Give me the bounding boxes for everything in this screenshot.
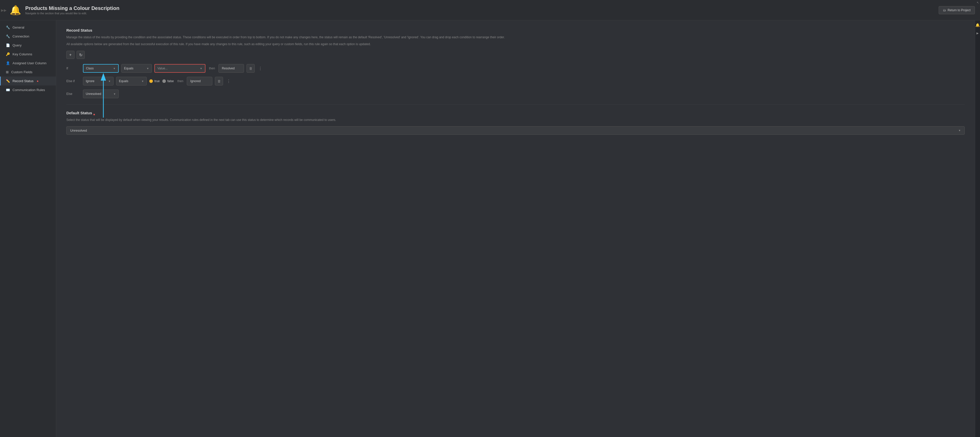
default-status-title: Default Status: [66, 111, 92, 115]
default-status-desc: Select the status that will be displayed…: [66, 118, 965, 122]
chevron-down-icon: ▼: [113, 67, 116, 70]
plus-icon: +: [69, 52, 72, 57]
field-select-ignore[interactable]: Ignore ▼: [83, 77, 114, 86]
else-label: Else: [66, 92, 80, 96]
value-select[interactable]: Value... ▼: [154, 64, 205, 73]
record-status-desc1: Manage the status of the results by prov…: [66, 35, 965, 40]
field-select-class[interactable]: Class ▼: [83, 64, 119, 73]
else-field-select[interactable]: Unresolved ▼: [83, 89, 119, 98]
add-condition-button[interactable]: +: [66, 51, 75, 59]
collapse-sidebar-icon[interactable]: ▶▶: [0, 7, 8, 13]
sidebar-item-record-status[interactable]: ✏️ Record Status ●: [0, 76, 56, 86]
default-status-section: Default Status ● Select the status that …: [66, 111, 965, 134]
delete-condition-button2[interactable]: 🗑: [215, 77, 223, 86]
key-icon: 🔑: [6, 52, 10, 56]
query-icon: 📄: [6, 43, 10, 47]
operator-select-equals[interactable]: Equals ▼: [121, 64, 152, 73]
topbar: ▶▶ 🔔 Products Missing a Colour Descripti…: [0, 0, 980, 21]
refresh-button[interactable]: ↻: [76, 51, 85, 59]
then-label: then: [209, 67, 215, 70]
chevron-down-icon: ▼: [146, 67, 149, 70]
record-status-section: Record Status Manage the status of the r…: [66, 28, 965, 98]
chevron-down-icon: ▼: [958, 129, 961, 132]
connection-icon: 🔧: [6, 35, 10, 38]
radio-false-circle: [162, 79, 166, 83]
sidebar-item-query[interactable]: 📄 Query: [0, 41, 56, 50]
radio-false-option[interactable]: false: [162, 79, 174, 83]
return-to-project-button[interactable]: 🗂 Return to Project: [939, 6, 975, 14]
expand-edge-icon[interactable]: ►: [976, 31, 980, 35]
section-divider: [66, 104, 965, 105]
refresh-icon: ↻: [79, 52, 83, 57]
condition-row-else-if: Else if Ignore ▼ Equals ▼ true fa: [66, 77, 965, 86]
grid-icon: ⊞: [6, 70, 9, 74]
condition-row-if: If Class ▼ Equals ▼ Value... ▼ then: [66, 64, 965, 73]
chevron-down-icon: ▼: [108, 80, 111, 83]
condition-row-else: Else Unresolved ▼: [66, 89, 965, 98]
edit-icon: ✏️: [6, 79, 10, 83]
right-edge-panel: 🔔 ►: [975, 21, 980, 437]
then-label2: then: [177, 79, 183, 83]
sidebar-item-assigned-user[interactable]: 👤 Assigned User Column: [0, 59, 56, 68]
sidebar-item-connection[interactable]: 🔧 Connection: [0, 32, 56, 41]
default-status-select[interactable]: Unresolved ▼: [66, 126, 965, 135]
sidebar-item-general[interactable]: 🔧 General: [0, 23, 56, 32]
bell-icon: 🔔: [10, 5, 21, 16]
page-title: Products Missing a Colour Description: [25, 5, 119, 11]
result-resolved: Resolved: [218, 64, 244, 73]
required-indicator: ●: [37, 79, 38, 83]
else-if-label: Else if: [66, 79, 80, 83]
condition-toolbar: + ↻: [66, 51, 965, 59]
more-options-button2[interactable]: ⋮: [226, 79, 232, 84]
trash-icon: 🗑: [249, 67, 252, 70]
return-icon: 🗂: [943, 8, 946, 12]
wrench-icon: 🔧: [6, 25, 10, 29]
sidebar: 🔧 General 🔧 Connection 📄 Query 🔑 Key Col…: [0, 21, 56, 437]
radio-false-label: false: [167, 79, 174, 83]
sidebar-item-communication-rules[interactable]: ✉️ Communication Rules: [0, 86, 56, 94]
radio-true-label: true: [154, 79, 160, 83]
expand-icon[interactable]: ↖: [977, 1, 979, 4]
record-status-desc2: All available options below are generate…: [66, 42, 965, 47]
mail-icon: ✉️: [6, 88, 10, 92]
radio-true-option[interactable]: true: [149, 79, 160, 83]
record-status-title: Record Status: [66, 28, 965, 32]
default-status-required: ●: [93, 112, 95, 116]
page-subtitle: Navigate to the section that you would l…: [25, 12, 119, 15]
if-label: If: [66, 67, 80, 70]
chevron-down-icon: ▼: [142, 80, 144, 83]
more-options-button[interactable]: ⋮: [257, 66, 263, 71]
delete-condition-button[interactable]: 🗑: [247, 64, 255, 73]
operator-select-equals2[interactable]: Equals ▼: [116, 77, 147, 86]
result-ignored: Ignored: [187, 77, 212, 86]
main-content: Record Status Manage the status of the r…: [56, 21, 975, 437]
user-icon: 👤: [6, 61, 10, 65]
radio-true-circle: [149, 79, 153, 83]
chevron-down-icon: ▼: [113, 92, 116, 95]
trash-icon2: 🗑: [218, 79, 221, 83]
bell-edge-icon[interactable]: 🔔: [975, 23, 980, 27]
sidebar-item-key-columns[interactable]: 🔑 Key Columns: [0, 50, 56, 59]
sidebar-item-custom-fields[interactable]: ⊞ Custom Fields: [0, 68, 56, 76]
chevron-down-icon: ▼: [200, 67, 202, 70]
